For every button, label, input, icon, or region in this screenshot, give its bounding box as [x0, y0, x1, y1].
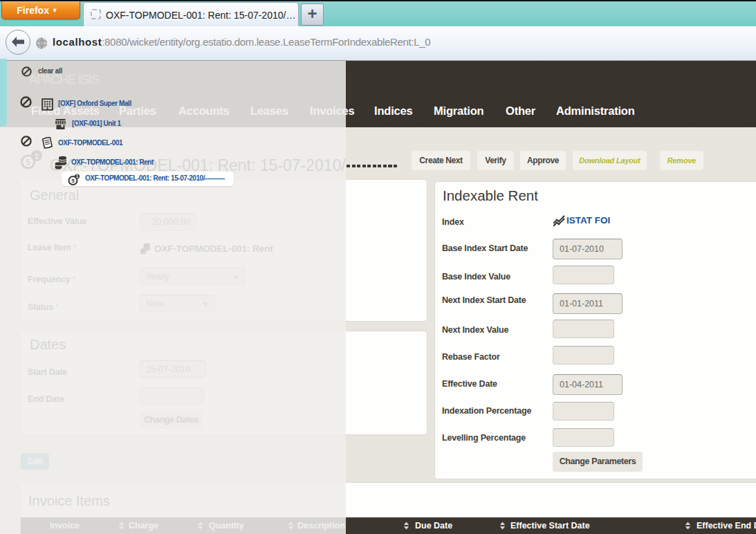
svg-text:5: 5 — [71, 178, 75, 184]
svg-text:1: 1 — [76, 174, 79, 178]
